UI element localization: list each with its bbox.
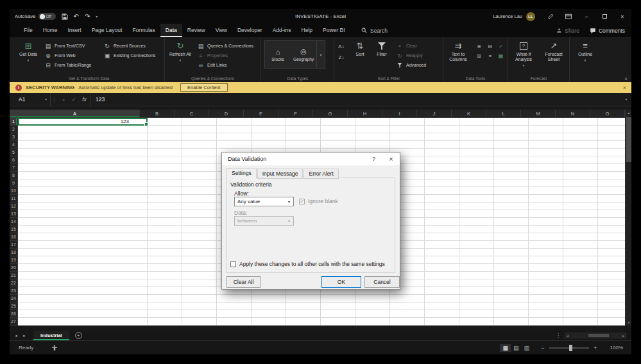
row-header-17[interactable]: 17: [10, 241, 18, 249]
cell-A14[interactable]: [18, 218, 148, 226]
cell-F26[interactable]: [286, 310, 321, 318]
cell-D3[interactable]: [217, 133, 252, 141]
cell-L5[interactable]: [494, 149, 529, 156]
cell-H2[interactable]: [355, 126, 390, 133]
cell-C19[interactable]: [182, 256, 217, 264]
cell-A24[interactable]: [18, 295, 148, 302]
cell-N2[interactable]: [563, 126, 598, 133]
filter-button[interactable]: Filter: [372, 39, 392, 73]
tab-error-alert[interactable]: Error Alert: [303, 169, 338, 179]
maximize-button[interactable]: [595, 9, 613, 24]
cell-I24[interactable]: [390, 295, 425, 302]
cell-L27[interactable]: [494, 318, 529, 326]
tab-view[interactable]: View: [210, 24, 232, 37]
column-header-M[interactable]: M: [521, 110, 556, 118]
cell-C2[interactable]: [182, 126, 217, 133]
scroll-down-icon[interactable]: ▼: [626, 319, 631, 326]
cell-L11[interactable]: [494, 195, 529, 203]
cell-B21[interactable]: [148, 272, 182, 279]
row-header-25[interactable]: 25: [10, 302, 18, 310]
cell-A13[interactable]: [18, 210, 148, 218]
cell-O1[interactable]: [598, 118, 625, 126]
cell-C16[interactable]: [182, 233, 217, 241]
cell-C18[interactable]: [182, 249, 217, 256]
cell-H1[interactable]: [355, 118, 390, 126]
cell-A6[interactable]: [18, 156, 148, 164]
cell-B27[interactable]: [148, 318, 182, 326]
cell-C12[interactable]: [182, 203, 217, 210]
cell-C26[interactable]: [182, 310, 217, 318]
cell-C15[interactable]: [182, 226, 217, 233]
row-header-7[interactable]: 7: [10, 164, 18, 172]
cell-B12[interactable]: [148, 203, 182, 210]
column-header-G[interactable]: G: [313, 110, 348, 118]
cell-O26[interactable]: [598, 310, 625, 318]
cell-M6[interactable]: [529, 156, 563, 164]
edit-links-button[interactable]: ∞ Edit Links: [197, 60, 253, 70]
cell-K14[interactable]: [459, 218, 494, 226]
sheet-nav-left-icon[interactable]: ◄: [14, 334, 18, 338]
cell-N10[interactable]: [563, 187, 598, 195]
row-header-8[interactable]: 8: [10, 172, 18, 179]
tab-file[interactable]: File: [19, 24, 38, 37]
cell-N7[interactable]: [563, 164, 598, 172]
cell-B2[interactable]: [148, 126, 182, 133]
clear-filter-button[interactable]: × Clear: [396, 41, 426, 51]
cell-I1[interactable]: [390, 118, 425, 126]
cell-L7[interactable]: [494, 164, 529, 172]
zoom-slider[interactable]: [549, 347, 589, 349]
autosave-toggle[interactable]: AutoSave Off: [15, 13, 56, 20]
page-layout-view-button[interactable]: ▤: [511, 344, 522, 352]
cell-A11[interactable]: [18, 195, 148, 203]
cell-B4[interactable]: [148, 141, 182, 149]
cell-F27[interactable]: [286, 318, 321, 326]
sheet-tab-industrial[interactable]: Industrial: [33, 331, 69, 340]
cell-G26[interactable]: [321, 310, 355, 318]
cell-O14[interactable]: [598, 218, 625, 226]
cell-M13[interactable]: [529, 210, 563, 218]
cell-G3[interactable]: [321, 133, 355, 141]
cell-J13[interactable]: [425, 210, 459, 218]
tab-input-message[interactable]: Input Message: [257, 169, 303, 179]
row-header-22[interactable]: 22: [10, 279, 18, 287]
cell-C21[interactable]: [182, 272, 217, 279]
cell-L18[interactable]: [494, 249, 529, 256]
cell-K9[interactable]: [459, 179, 494, 187]
manage-data-model-icon[interactable]: ▦: [496, 52, 506, 60]
cell-L25[interactable]: [494, 302, 529, 310]
cell-F24[interactable]: [286, 295, 321, 302]
cell-M24[interactable]: [529, 295, 563, 302]
comments-button[interactable]: Comments: [590, 28, 625, 34]
column-header-K[interactable]: K: [452, 110, 486, 118]
cell-A27[interactable]: [18, 318, 148, 326]
sheet-nav-right-icon[interactable]: ►: [22, 334, 26, 338]
cell-D24[interactable]: [217, 295, 252, 302]
cell-A15[interactable]: [18, 226, 148, 233]
cell-J1[interactable]: [425, 118, 459, 126]
cell-B8[interactable]: [148, 172, 182, 179]
cell-M25[interactable]: [529, 302, 563, 310]
cell-K17[interactable]: [459, 241, 494, 249]
cell-O17[interactable]: [598, 241, 625, 249]
cell-A3[interactable]: [18, 133, 148, 141]
cell-L20[interactable]: [494, 264, 529, 272]
zoom-in-button[interactable]: +: [592, 345, 599, 351]
cell-M17[interactable]: [529, 241, 563, 249]
expand-formula-bar-icon[interactable]: ▾: [621, 93, 631, 106]
cell-J6[interactable]: [425, 156, 459, 164]
row-header-5[interactable]: 5: [10, 149, 18, 156]
column-header-B[interactable]: B: [140, 110, 175, 118]
dialog-close-button[interactable]: ×: [382, 153, 400, 165]
cell-K24[interactable]: [459, 295, 494, 302]
confirm-entry-icon[interactable]: ✓: [69, 93, 79, 106]
cell-I26[interactable]: [390, 310, 425, 318]
cell-J24[interactable]: [425, 295, 459, 302]
cell-L8[interactable]: [494, 172, 529, 179]
cell-C25[interactable]: [182, 302, 217, 310]
cell-N13[interactable]: [563, 210, 598, 218]
cell-L15[interactable]: [494, 226, 529, 233]
cell-D1[interactable]: [217, 118, 252, 126]
cell-B3[interactable]: [148, 133, 182, 141]
cell-L3[interactable]: [494, 133, 529, 141]
cell-J8[interactable]: [425, 172, 459, 179]
